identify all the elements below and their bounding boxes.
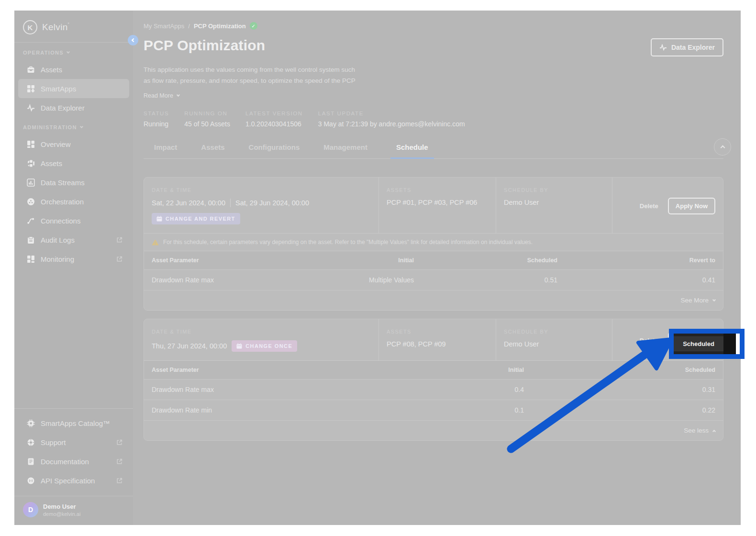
parameter-name: Drawdown Rate max (144, 380, 426, 400)
assets-label: ASSETS (387, 329, 488, 335)
schedule-card-2: DATE & TIME Thu, 27 Jun 2024, 00:00 CHAN… (144, 319, 723, 441)
avatar: D (23, 502, 38, 517)
status-value: 1.0.202403041506 (245, 120, 303, 128)
schedule-start-date: Sat, 22 Jun 2024, 00:00 (152, 199, 225, 207)
initial-value[interactable]: Multiple Values (280, 270, 422, 290)
sidebar-item-monitoring[interactable]: Monitoring (18, 249, 129, 268)
change-once-badge: CHANGE ONCE (232, 340, 297, 352)
schedule-card-1: DATE & TIME Sat, 22 Jun 2024, 00:00 Sat,… (144, 177, 723, 311)
table-row: Drawdown Rate min 0.1 0.22 (144, 400, 723, 420)
date-separator (230, 199, 231, 207)
sidebar-item-overview[interactable]: Overview (18, 134, 129, 154)
chevron-down-icon (712, 298, 716, 301)
status-label: LATEST VERSION (245, 111, 303, 116)
schedule-by-value: Demo User (504, 199, 604, 206)
see-less-link[interactable]: See less (144, 420, 723, 440)
date-time-label: DATE & TIME (152, 329, 371, 335)
chevron-down-icon (80, 125, 83, 128)
sidebar-item-orchestration[interactable]: Orchestration (18, 192, 129, 211)
warning-text: For this schedule, certain parameters va… (163, 239, 533, 246)
tab-management[interactable]: Management (322, 138, 368, 159)
schedule-by-column: SCHEDULE BY Demo User (496, 178, 612, 233)
sidebar-item-documentation[interactable]: Documentation (18, 452, 129, 471)
tab-configurations[interactable]: Configurations (248, 138, 301, 159)
data-explorer-label: Data Explorer (671, 44, 715, 51)
external-link-icon (116, 256, 122, 262)
revert-value: 0.41 (565, 270, 723, 290)
scheduled-value: 0.22 (532, 400, 723, 420)
column-scheduled: Scheduled (422, 251, 565, 269)
see-less-label: See less (684, 427, 709, 434)
kelvin-logo-icon: K (23, 20, 37, 34)
description-line-2: as flow rate, pressure, and motor speed,… (144, 77, 356, 84)
column-scheduled: Scheduled (532, 361, 723, 379)
kelvin-logo: K Kelvin (14, 11, 133, 42)
tab-impact[interactable]: Impact (153, 138, 178, 159)
annotation-highlight-box: Scheduled (669, 329, 745, 359)
chip-icon (27, 419, 35, 427)
external-link-icon (116, 478, 122, 484)
section-administration-label: ADMINISTRATION (23, 124, 77, 130)
sidebar-item-audit-logs[interactable]: Audit Logs (18, 230, 129, 249)
schedule-date: Thu, 27 Jun 2024, 00:00 (152, 342, 227, 350)
highlight-white-strip (736, 334, 740, 354)
delete-button[interactable]: Delete (640, 202, 658, 210)
column-initial: Initial (280, 251, 422, 269)
sidebar-item-label: Support (41, 438, 111, 447)
sidebar-item-data-streams[interactable]: Data Streams (18, 173, 129, 192)
breadcrumb-root[interactable]: My SmartApps (144, 22, 184, 30)
sidebar-item-label: Audit Logs (41, 236, 111, 244)
badge-label: CHANGE ONCE (245, 343, 292, 349)
sidebar-item-smartapps-catalog[interactable]: SmartApps Catalog™ (18, 413, 129, 433)
section-operations-label: OPERATIONS (23, 50, 64, 56)
kelvin-logo-label: Kelvin (42, 22, 70, 33)
status-label: LAST UPDATE (318, 111, 465, 116)
tab-assets[interactable]: Assets (200, 138, 225, 159)
highlight-label: Scheduled (674, 337, 723, 351)
section-operations[interactable]: OPERATIONS (14, 43, 133, 60)
status-field: STATUS Running (144, 111, 169, 128)
sidebar-item-support[interactable]: Support (18, 433, 129, 452)
chevron-left-icon (132, 38, 135, 42)
apply-now-button[interactable]: Apply Now (668, 198, 715, 214)
delete-button[interactable]: Delete (640, 337, 658, 344)
highlight-bottom-strip (674, 351, 723, 354)
api-icon (27, 477, 35, 485)
see-more-link[interactable]: See More (144, 290, 723, 310)
sidebar-item-smartapps[interactable]: SmartApps (18, 79, 129, 98)
collapse-panel-button[interactable] (714, 138, 731, 156)
assets-column: ASSETS PCP #01, PCP #03, PCP #06 (378, 178, 496, 233)
highlight-dark-strip (723, 334, 736, 354)
chevron-up-icon (712, 429, 716, 433)
sidebar-item-label: Connections (41, 217, 122, 225)
sidebar-item-api-specification[interactable]: API Specification (18, 471, 129, 490)
sidebar: K Kelvin OPERATIONS Assets SmartApps Dat… (14, 11, 133, 525)
tab-schedule[interactable]: Schedule (390, 138, 434, 159)
sidebar-item-label: Monitoring (41, 255, 111, 263)
initial-value: 0.4 (426, 380, 532, 400)
read-more-link[interactable]: Read More (144, 92, 179, 99)
chevron-down-icon (67, 50, 70, 54)
column-asset-parameter: Asset Parameter (144, 251, 280, 269)
sidebar-item-assets-operations[interactable]: Assets (18, 60, 129, 79)
connection-icon (27, 217, 35, 225)
user-name: Demo User (43, 503, 80, 510)
waveform-icon (27, 104, 35, 112)
section-administration[interactable]: ADMINISTRATION (14, 117, 133, 134)
user-account[interactable]: D Demo User demo@kelvin.ai (14, 496, 133, 525)
sidebar-item-connections[interactable]: Connections (18, 211, 129, 230)
sidebar-item-label: API Specification (41, 477, 111, 485)
multiple-values-warning: For this schedule, certain parameters va… (144, 234, 723, 251)
parameters-table: Asset Parameter Initial Scheduled Drawdo… (144, 361, 723, 440)
date-time-label: DATE & TIME (152, 187, 371, 193)
sidebar-collapse-button[interactable] (128, 35, 138, 45)
grid-icon (27, 85, 35, 93)
tab-bar: Impact Assets Configurations Management … (144, 138, 723, 159)
running-on-field: RUNNING ON 45 of 50 Assets (184, 111, 230, 128)
sidebar-item-data-explorer[interactable]: Data Explorer (18, 98, 129, 117)
sidebar-item-assets-admin[interactable]: Assets (18, 154, 129, 173)
table-row: Drawdown Rate max Multiple Values 0.51 0… (144, 269, 723, 290)
schedule-by-column: SCHEDULE BY Demo User (496, 319, 612, 360)
last-update-field: LAST UPDATE 3 May at 7:21:39 by andre.go… (318, 111, 465, 128)
data-explorer-button[interactable]: Data Explorer (651, 38, 723, 56)
